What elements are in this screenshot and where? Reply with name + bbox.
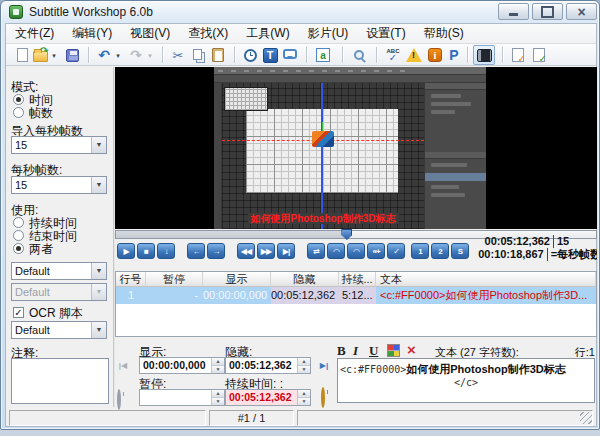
move-end-button[interactable]: ◠	[347, 243, 365, 259]
redo-dropdown-icon[interactable]: ▾	[146, 52, 154, 60]
mode-time-radio[interactable]	[13, 94, 24, 105]
ocr-scripts-label[interactable]: OCR 脚本	[29, 305, 83, 322]
table-row[interactable]: 1 - 00:00:00,000 00:05:12,362 5:12... <c…	[116, 287, 596, 304]
current-frame: 15	[553, 235, 569, 248]
move-start-button[interactable]: ◠	[327, 243, 345, 259]
minimize-button[interactable]	[498, 3, 529, 20]
pause-input[interactable]	[139, 389, 225, 406]
mode-frames-label[interactable]: 帧数	[29, 105, 53, 122]
spellcheck-icon[interactable]: ABC✓	[385, 47, 401, 63]
menu-tools[interactable]: 工具(W)	[237, 23, 298, 44]
validate-translation-icon[interactable]	[531, 47, 547, 63]
playback-rate-button[interactable]: ▶|	[277, 243, 295, 259]
play-button[interactable]: ▶	[117, 243, 135, 259]
save-icon[interactable]	[64, 47, 80, 63]
menu-search[interactable]: 查找(X)	[179, 23, 237, 44]
cell-show[interactable]: 00:00:00,000	[203, 287, 271, 304]
add-sync-point-button[interactable]: S	[451, 243, 469, 259]
chevron-down-icon[interactable]: ▼	[91, 177, 106, 193]
video-display[interactable]: 如何使用Photoshop制作3D标志	[115, 67, 597, 229]
copy-icon[interactable]	[190, 47, 206, 63]
information-icon[interactable]: i	[427, 47, 443, 63]
set-start-button[interactable]: «+	[367, 243, 385, 259]
menu-help[interactable]: 帮助(S)	[415, 23, 473, 44]
subtitle-text-input[interactable]: <c:#FF0000>如何使用Photoshop制作3D标志 </c>	[337, 358, 595, 403]
cell-text[interactable]: <c:#FF0000>如何使用Photoshop制作3D...	[376, 287, 596, 304]
duration-input[interactable]: 00:05:12,362	[225, 389, 311, 406]
forward-button[interactable]: ▶▶	[257, 243, 275, 259]
spinner-arrows[interactable]	[297, 358, 310, 373]
video-mode-toggle[interactable]	[473, 45, 495, 65]
pascal-script-icon[interactable]: P	[446, 47, 462, 63]
italic-button[interactable]: I	[353, 343, 358, 359]
clear-format-icon[interactable]: ×	[407, 343, 416, 356]
seek-thumb[interactable]	[341, 229, 352, 240]
time-tools-icon[interactable]	[242, 47, 258, 63]
pause-clock-icon[interactable]	[117, 389, 121, 410]
jump-next-icon[interactable]: ▶|	[317, 358, 331, 372]
bold-button[interactable]: B	[337, 343, 346, 359]
undo-icon[interactable]: ↶	[96, 47, 112, 63]
spinner-arrows[interactable]	[211, 358, 224, 373]
translate-icon[interactable]: a	[315, 47, 331, 63]
total-time: 00:10:18,867	[473, 248, 544, 261]
new-file-icon[interactable]	[14, 47, 30, 63]
error-check-icon[interactable]	[406, 47, 422, 63]
default-pause-clock-icon[interactable]	[321, 387, 325, 408]
spinner-arrows[interactable]	[211, 390, 224, 405]
move-subtitle-button[interactable]: ⇄	[307, 243, 325, 259]
both-radio-label[interactable]: 两者	[29, 241, 53, 258]
validate-original-icon[interactable]	[510, 47, 526, 63]
scroll-list-button[interactable]: ↓	[157, 243, 175, 259]
paste-icon[interactable]	[210, 47, 226, 63]
open-file-dropdown-icon[interactable]: ▾	[50, 52, 58, 60]
statusbar-left	[9, 410, 206, 426]
chevron-down-icon[interactable]: ▼	[91, 137, 106, 153]
final-time-radio[interactable]	[13, 230, 24, 241]
duration-radio[interactable]	[13, 217, 24, 228]
fps-select[interactable]: 15▼	[11, 176, 107, 194]
ocr-scripts-checkbox[interactable]	[13, 307, 24, 318]
next-subtitle-button[interactable]: →	[207, 243, 225, 259]
menu-movie[interactable]: 影片(U)	[299, 23, 358, 44]
sync-point-1-button[interactable]: 1	[411, 243, 429, 259]
notes-textarea[interactable]	[11, 358, 109, 404]
cell-pause[interactable]: -	[146, 287, 203, 304]
sync-point-2-button[interactable]: 2	[431, 243, 449, 259]
open-file-icon[interactable]	[32, 47, 48, 63]
color-palette-icon[interactable]	[387, 344, 400, 357]
charset-translation-select[interactable]: Default▼	[11, 283, 107, 301]
stop-button[interactable]: ■	[137, 243, 155, 259]
cell-duration[interactable]: 5:12...	[339, 287, 376, 304]
show-time-input[interactable]: 00:00:00,000	[139, 357, 225, 374]
maximize-button[interactable]	[532, 3, 563, 20]
input-fps-select[interactable]: 15▼	[11, 136, 107, 154]
cell-hide[interactable]: 00:05:12,362	[271, 287, 339, 304]
both-radio[interactable]	[13, 243, 24, 254]
mode-frames-radio[interactable]	[13, 107, 24, 118]
resize-grip[interactable]	[580, 412, 592, 424]
menu-view[interactable]: 视图(V)	[121, 23, 179, 44]
previous-subtitle-button[interactable]: ←	[187, 243, 205, 259]
hide-time-input[interactable]: 00:05:12,362	[225, 357, 311, 374]
undo-dropdown-icon[interactable]: ▾	[114, 52, 122, 60]
redo-icon[interactable]: ↷	[128, 47, 144, 63]
menu-settings[interactable]: 设置(T)	[357, 23, 414, 44]
charset-primary-select[interactable]: Default▼	[11, 262, 107, 280]
set-end-button[interactable]: ✓	[387, 243, 405, 259]
chevron-down-icon[interactable]: ▼	[91, 263, 106, 279]
comments-icon[interactable]	[282, 47, 298, 63]
ocr-script-select[interactable]: Default▼	[11, 321, 107, 339]
search-icon[interactable]	[351, 47, 367, 63]
menu-file[interactable]: 文件(Z)	[6, 23, 63, 44]
jump-previous-icon[interactable]: |◀	[116, 358, 130, 372]
spinner-arrows[interactable]	[297, 390, 310, 405]
cut-icon[interactable]: ✂	[170, 47, 186, 63]
close-button[interactable]	[566, 3, 597, 20]
underline-button[interactable]: U	[369, 343, 378, 359]
text-tools-icon[interactable]: T	[262, 47, 278, 63]
cell-line[interactable]: 1	[116, 287, 146, 304]
rewind-button[interactable]: ◀◀	[237, 243, 255, 259]
chevron-down-icon[interactable]: ▼	[91, 322, 106, 338]
menu-edit[interactable]: 编辑(Y)	[63, 23, 121, 44]
